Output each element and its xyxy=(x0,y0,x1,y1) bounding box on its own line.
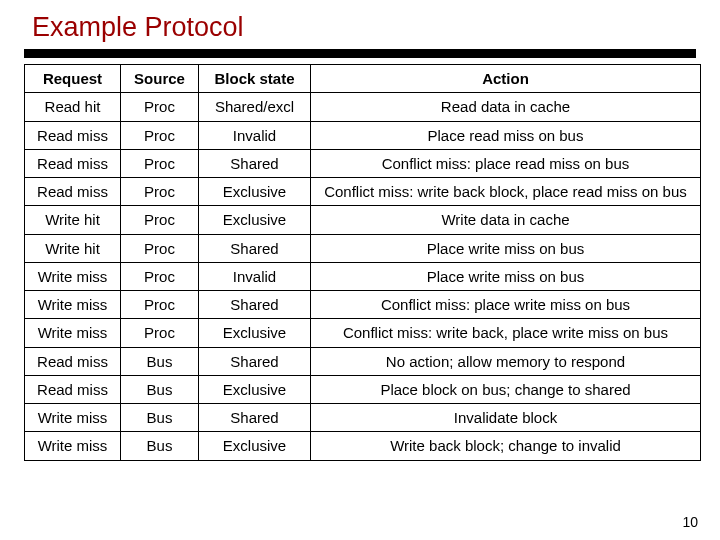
protocol-table: Request Source Block state Action Read h… xyxy=(24,64,701,461)
table-cell: Shared xyxy=(199,234,311,262)
table-cell: Conflict miss: place read miss on bus xyxy=(311,149,701,177)
table-cell: Write hit xyxy=(25,206,121,234)
table-cell: Conflict miss: write back block, place r… xyxy=(311,178,701,206)
slide: Example Protocol Request Source Block st… xyxy=(0,0,720,540)
table-cell: Read miss xyxy=(25,121,121,149)
table-cell: Bus xyxy=(121,432,199,460)
table-cell: Write miss xyxy=(25,291,121,319)
table-cell: Shared xyxy=(199,404,311,432)
table-row: Write missBusSharedInvalidate block xyxy=(25,404,701,432)
table-row: Write hitProcExclusiveWrite data in cach… xyxy=(25,206,701,234)
table-row: Read missProcSharedConflict miss: place … xyxy=(25,149,701,177)
table-cell: Shared xyxy=(199,291,311,319)
table-cell: Proc xyxy=(121,206,199,234)
table-cell: Write data in cache xyxy=(311,206,701,234)
table-row: Read missProcInvalidPlace read miss on b… xyxy=(25,121,701,149)
table-cell: Write miss xyxy=(25,262,121,290)
table-cell: Invalid xyxy=(199,121,311,149)
table-header-row: Request Source Block state Action xyxy=(25,65,701,93)
table-cell: Proc xyxy=(121,291,199,319)
table-cell: Read hit xyxy=(25,93,121,121)
table-row: Read missBusExclusivePlace block on bus;… xyxy=(25,375,701,403)
table-row: Write missProcInvalidPlace write miss on… xyxy=(25,262,701,290)
table-cell: Shared xyxy=(199,149,311,177)
table-cell: Proc xyxy=(121,234,199,262)
table-cell: Read miss xyxy=(25,347,121,375)
table-cell: Proc xyxy=(121,149,199,177)
table-cell: Read miss xyxy=(25,178,121,206)
col-blockstate: Block state xyxy=(199,65,311,93)
table-row: Write hitProcSharedPlace write miss on b… xyxy=(25,234,701,262)
title-underline xyxy=(24,49,696,58)
table-cell: Proc xyxy=(121,178,199,206)
table-cell: Bus xyxy=(121,347,199,375)
table-cell: Write hit xyxy=(25,234,121,262)
table-cell: Proc xyxy=(121,319,199,347)
table-cell: Place read miss on bus xyxy=(311,121,701,149)
table-cell: Proc xyxy=(121,93,199,121)
table-body: Read hitProcShared/exclRead data in cach… xyxy=(25,93,701,460)
table-row: Write missBusExclusiveWrite back block; … xyxy=(25,432,701,460)
col-action: Action xyxy=(311,65,701,93)
table-cell: Conflict miss: place write miss on bus xyxy=(311,291,701,319)
table-cell: Write miss xyxy=(25,404,121,432)
table-row: Read missBusSharedNo action; allow memor… xyxy=(25,347,701,375)
table-row: Write missProcExclusiveConflict miss: wr… xyxy=(25,319,701,347)
table-cell: Read miss xyxy=(25,375,121,403)
table-row: Write missProcSharedConflict miss: place… xyxy=(25,291,701,319)
table-cell: Read miss xyxy=(25,149,121,177)
table-cell: No action; allow memory to respond xyxy=(311,347,701,375)
table-cell: Place write miss on bus xyxy=(311,262,701,290)
table-cell: Proc xyxy=(121,121,199,149)
table-cell: Place write miss on bus xyxy=(311,234,701,262)
page-number: 10 xyxy=(682,514,698,530)
page-title: Example Protocol xyxy=(32,12,700,43)
table-cell: Invalidate block xyxy=(311,404,701,432)
table-cell: Write miss xyxy=(25,432,121,460)
table-cell: Write miss xyxy=(25,319,121,347)
table-cell: Bus xyxy=(121,375,199,403)
table-cell: Write back block; change to invalid xyxy=(311,432,701,460)
col-source: Source xyxy=(121,65,199,93)
table-cell: Conflict miss: write back, place write m… xyxy=(311,319,701,347)
table-cell: Exclusive xyxy=(199,375,311,403)
table-row: Read hitProcShared/exclRead data in cach… xyxy=(25,93,701,121)
table-cell: Invalid xyxy=(199,262,311,290)
col-request: Request xyxy=(25,65,121,93)
table-cell: Shared xyxy=(199,347,311,375)
table-cell: Exclusive xyxy=(199,319,311,347)
table-cell: Bus xyxy=(121,404,199,432)
table-row: Read missProcExclusiveConflict miss: wri… xyxy=(25,178,701,206)
table-cell: Proc xyxy=(121,262,199,290)
table-cell: Place block on bus; change to shared xyxy=(311,375,701,403)
table-cell: Exclusive xyxy=(199,206,311,234)
table-cell: Shared/excl xyxy=(199,93,311,121)
table-cell: Read data in cache xyxy=(311,93,701,121)
table-cell: Exclusive xyxy=(199,432,311,460)
table-cell: Exclusive xyxy=(199,178,311,206)
